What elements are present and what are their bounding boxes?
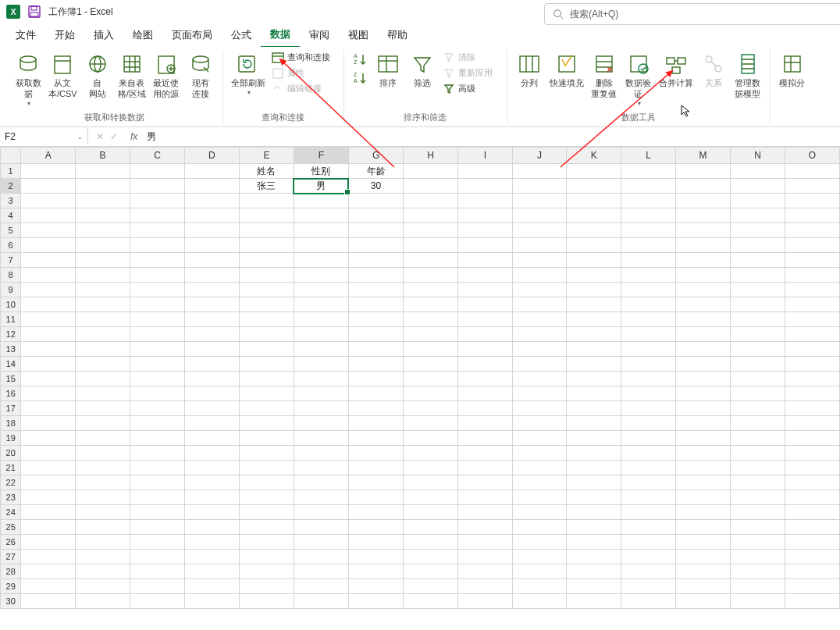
cell-K4[interactable] [567,208,621,223]
cell-E18[interactable] [239,416,294,431]
cell-H29[interactable] [404,579,458,594]
cmd-快速填充[interactable]: 快速填充 [546,50,587,91]
cell-I12[interactable] [458,327,513,342]
cell-I2[interactable] [458,179,513,194]
cell-M15[interactable] [676,372,731,386]
tab-数据[interactable]: 数据 [261,23,300,48]
cell-C19[interactable] [130,431,185,446]
cell-O16[interactable] [785,386,839,401]
cell-C15[interactable] [130,372,185,386]
cell-L25[interactable] [621,520,676,535]
cell-C21[interactable] [130,461,185,475]
cell-B1[interactable] [76,164,130,179]
cell-O28[interactable] [785,564,839,579]
cell-K19[interactable] [567,431,621,446]
cell-M3[interactable] [676,194,731,208]
cell-K13[interactable] [567,342,621,357]
cell-N23[interactable] [731,490,785,505]
cell-E30[interactable] [239,594,294,609]
cell-K20[interactable] [567,446,621,461]
cell-M10[interactable] [676,297,731,312]
tab-视图[interactable]: 视图 [339,23,378,47]
cell-M26[interactable] [676,535,731,550]
cell-F1[interactable]: 性别 [294,164,348,179]
save-icon[interactable] [28,5,41,18]
cell-A11[interactable] [21,312,76,327]
cell-D22[interactable] [184,475,239,490]
cell-N28[interactable] [731,564,785,579]
cell-K5[interactable] [567,223,621,238]
cell-E1[interactable]: 姓名 [239,164,294,179]
cell-K21[interactable] [567,461,621,475]
cell-O8[interactable] [785,268,839,283]
cell-M2[interactable] [676,179,731,194]
cell-L8[interactable] [621,268,676,283]
tab-文件[interactable]: 文件 [6,23,45,47]
cell-C25[interactable] [130,520,185,535]
col-header-F[interactable]: F [294,148,348,164]
cell-L27[interactable] [621,550,676,564]
cell-F20[interactable] [294,446,348,461]
cell-O3[interactable] [785,194,839,208]
cell-I16[interactable] [458,386,513,401]
cell-B15[interactable] [76,372,130,386]
cell-N10[interactable] [731,297,785,312]
cell-A18[interactable] [21,416,76,431]
cell-E10[interactable] [239,297,294,312]
cell-N27[interactable] [731,550,785,564]
cell-K2[interactable] [567,179,621,194]
tab-审阅[interactable]: 审阅 [300,23,339,47]
cell-G29[interactable] [348,579,403,594]
cell-G24[interactable] [348,505,403,520]
cell-N29[interactable] [731,579,785,594]
cell-B22[interactable] [76,475,130,490]
cell-K10[interactable] [567,297,621,312]
row-header-26[interactable]: 26 [1,535,21,550]
cell-G23[interactable] [348,490,403,505]
cell-B13[interactable] [76,342,130,357]
cell-C23[interactable] [130,490,185,505]
cell-B20[interactable] [76,446,130,461]
cell-C3[interactable] [130,194,185,208]
cell-J16[interactable] [512,386,567,401]
refresh-all-button[interactable]: 全部刷新▾ [228,50,269,98]
cell-C10[interactable] [130,297,185,312]
cell-H8[interactable] [404,268,458,283]
cell-G22[interactable] [348,475,403,490]
tab-公式[interactable]: 公式 [222,23,261,47]
cell-M25[interactable] [676,520,731,535]
cell-B26[interactable] [76,535,130,550]
cell-H14[interactable] [404,357,458,372]
fx-icon[interactable]: fx [126,131,142,142]
cell-H13[interactable] [404,342,458,357]
cell-C5[interactable] [130,223,185,238]
advanced-filter-button[interactable]: 高级 [440,81,508,97]
tab-插入[interactable]: 插入 [84,23,123,47]
cell-J4[interactable] [512,208,567,223]
cell-L21[interactable] [621,461,676,475]
cell-D19[interactable] [184,431,239,446]
cell-N13[interactable] [731,342,785,357]
cell-E17[interactable] [239,401,294,416]
cell-B14[interactable] [76,357,130,372]
cell-L18[interactable] [621,416,676,431]
cell-G9[interactable] [348,283,403,297]
cell-H24[interactable] [404,505,458,520]
cell-H15[interactable] [404,372,458,386]
cmd-获取数据[interactable]: 获取数据▾ [11,50,45,109]
cancel-icon[interactable]: ✕ [96,131,104,142]
cell-F17[interactable] [294,401,348,416]
cell-O5[interactable] [785,223,839,238]
cell-O15[interactable] [785,372,839,386]
cell-O19[interactable] [785,431,839,446]
cell-C4[interactable] [130,208,185,223]
cell-M6[interactable] [676,238,731,253]
cell-H12[interactable] [404,327,458,342]
cell-O6[interactable] [785,238,839,253]
cell-F27[interactable] [294,550,348,564]
row-header-8[interactable]: 8 [1,268,21,283]
cell-A7[interactable] [21,253,76,268]
cell-H26[interactable] [404,535,458,550]
cell-A20[interactable] [21,446,76,461]
cell-K15[interactable] [567,372,621,386]
